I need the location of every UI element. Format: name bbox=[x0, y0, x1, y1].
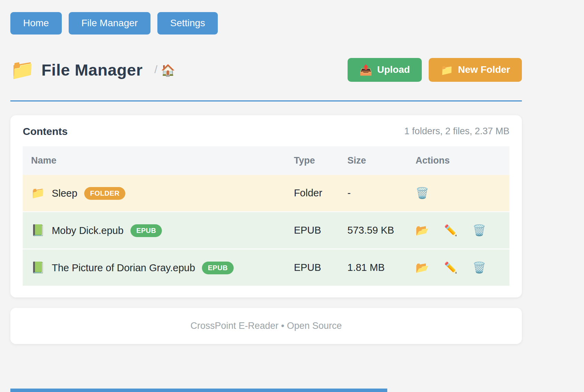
upload-button[interactable]: 📤 Upload bbox=[348, 58, 421, 82]
move-to-folder-icon[interactable]: 📂 bbox=[416, 262, 429, 273]
type-cell: EPUB bbox=[285, 249, 339, 286]
folder-icon: 📁 bbox=[10, 60, 35, 79]
page-header: 📁 File Manager / 🏠 📤 Upload 📁 New Folder bbox=[10, 58, 522, 82]
rename-icon[interactable]: ✏️ bbox=[444, 262, 458, 273]
title-group: 📁 File Manager / 🏠 bbox=[10, 60, 175, 79]
rename-icon[interactable]: ✏️ bbox=[444, 225, 458, 236]
type-cell: Folder bbox=[285, 175, 339, 212]
delete-icon[interactable]: 🗑️ bbox=[473, 225, 486, 236]
home-icon[interactable]: 🏠 bbox=[161, 65, 175, 76]
delete-icon[interactable]: 🗑️ bbox=[473, 262, 486, 273]
actions-cell: 🗑️ bbox=[407, 175, 509, 212]
table-row: 📗The Picture of Dorian Gray.epubEPUBEPUB… bbox=[23, 249, 509, 286]
actions-group: 📂✏️🗑️ bbox=[416, 225, 509, 236]
upload-button-label: Upload bbox=[377, 65, 410, 75]
footer-text: CrossPoint E-Reader • Open Source bbox=[191, 321, 342, 331]
book-icon: 📗 bbox=[31, 224, 45, 236]
delete-icon[interactable]: 🗑️ bbox=[416, 188, 429, 198]
move-to-folder-icon[interactable]: 📂 bbox=[416, 225, 429, 236]
column-header-size: Size bbox=[339, 146, 407, 175]
item-name-link[interactable]: The Picture of Dorian Gray.epub bbox=[52, 262, 195, 273]
column-header-type: Type bbox=[285, 146, 339, 175]
bottom-accent-bar bbox=[10, 389, 387, 392]
footer-card: CrossPoint E-Reader • Open Source bbox=[10, 308, 522, 344]
contents-summary: 1 folders, 2 files, 2.37 MB bbox=[404, 126, 509, 137]
actions-cell: 📂✏️🗑️ bbox=[407, 212, 509, 249]
book-icon: 📗 bbox=[31, 261, 45, 274]
name-cell: 📗The Picture of Dorian Gray.epubEPUB bbox=[23, 249, 285, 286]
type-badge: FOLDER bbox=[84, 187, 125, 200]
item-name-link[interactable]: Moby Dick.epub bbox=[52, 225, 124, 236]
file-table-header: Name Type Size Actions bbox=[23, 146, 509, 175]
type-badge: EPUB bbox=[130, 224, 162, 237]
page-content: Home File Manager Settings 📁 File Manage… bbox=[10, 0, 522, 344]
type-badge: EPUB bbox=[202, 262, 234, 274]
size-cell: - bbox=[339, 175, 407, 212]
breadcrumb-separator: / bbox=[154, 63, 157, 76]
item-name-link[interactable]: Sleep bbox=[52, 188, 77, 199]
name-cell: 📗Moby Dick.epubEPUB bbox=[23, 212, 285, 249]
table-row: 📁SleepFOLDERFolder-🗑️ bbox=[23, 175, 509, 212]
folder-icon: 📁 bbox=[31, 187, 45, 199]
contents-card-header: Contents 1 folders, 2 files, 2.37 MB bbox=[23, 126, 509, 137]
header-actions: 📤 Upload 📁 New Folder bbox=[348, 58, 522, 82]
contents-table-body: 📁SleepFOLDERFolder-🗑️📗Moby Dick.epubEPUB… bbox=[23, 175, 509, 286]
contents-heading: Contents bbox=[23, 126, 68, 137]
upload-tray-icon: 📤 bbox=[359, 64, 372, 76]
column-header-name: Name bbox=[23, 146, 285, 175]
nav-button-settings[interactable]: Settings bbox=[157, 12, 218, 35]
nav-button-home[interactable]: Home bbox=[10, 12, 62, 35]
actions-cell: 📂✏️🗑️ bbox=[407, 249, 509, 286]
type-cell: EPUB bbox=[285, 212, 339, 249]
nav-button-file-manager[interactable]: File Manager bbox=[69, 12, 150, 35]
size-cell: 1.81 MB bbox=[339, 249, 407, 286]
new-folder-icon: 📁 bbox=[440, 64, 453, 76]
new-folder-button-label: New Folder bbox=[458, 65, 510, 75]
size-cell: 573.59 KB bbox=[339, 212, 407, 249]
actions-group: 📂✏️🗑️ bbox=[416, 262, 509, 273]
breadcrumb: / 🏠 bbox=[154, 63, 175, 77]
name-cell: 📁SleepFOLDER bbox=[23, 175, 285, 212]
actions-group: 🗑️ bbox=[416, 188, 509, 198]
contents-card: Contents 1 folders, 2 files, 2.37 MB Nam… bbox=[10, 115, 522, 297]
file-table: Name Type Size Actions 📁SleepFOLDERFolde… bbox=[23, 146, 509, 286]
column-header-actions: Actions bbox=[407, 146, 509, 175]
new-folder-button[interactable]: 📁 New Folder bbox=[429, 58, 522, 82]
top-navigation: Home File Manager Settings bbox=[10, 0, 522, 35]
page-title: File Manager bbox=[41, 60, 143, 79]
table-row: 📗Moby Dick.epubEPUBEPUB573.59 KB📂✏️🗑️ bbox=[23, 212, 509, 249]
title-divider bbox=[10, 100, 522, 101]
